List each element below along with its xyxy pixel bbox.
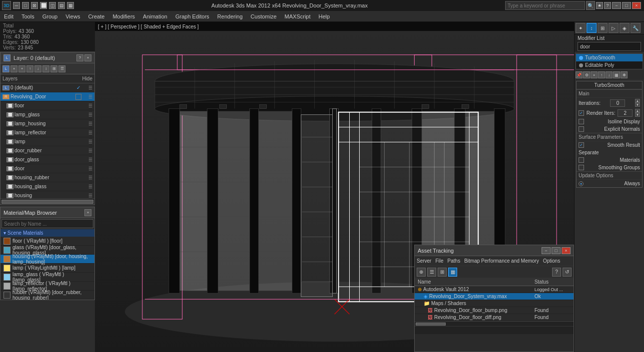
ts-smooth-check[interactable] <box>579 142 584 148</box>
ts-render-iters-spinner[interactable]: ▲ ▼ <box>635 109 640 117</box>
layer-box[interactable] <box>75 94 81 100</box>
scroll-thumb[interactable] <box>416 323 446 326</box>
asset-close-btn[interactable]: × <box>562 247 571 254</box>
search-input[interactable] <box>505 1 585 10</box>
ts-iterations-input[interactable] <box>610 99 625 107</box>
layer-close-btn[interactable]: × <box>84 54 91 61</box>
menu-customize[interactable]: Customize <box>247 12 281 20</box>
mod-pin-icon[interactable]: 📌 <box>576 71 583 78</box>
bookmark-icon[interactable]: ★ <box>596 2 603 9</box>
close-btn[interactable]: × <box>632 2 641 9</box>
layer-item-lamp-glass[interactable]: ⬜ lamp_glass ☰ <box>4 110 94 119</box>
table-row[interactable]: 🖼 Revolving_Door_floor_bump.png Found <box>415 307 574 314</box>
asset-menu-paths[interactable]: Paths <box>448 258 461 264</box>
asset-menu-options[interactable]: Options <box>543 258 560 264</box>
mat-search-input[interactable] <box>1 219 93 228</box>
cmd-icon-motion[interactable]: ▷ <box>609 23 619 33</box>
table-row[interactable]: ◈ Revolving_Door_System_vray.max Ok <box>415 293 574 300</box>
menu-views[interactable]: Views <box>61 12 84 20</box>
layer-help-btn[interactable]: ? <box>76 54 83 61</box>
layer-item-door-rubber[interactable]: ⬜ door_rubber ☰ <box>4 146 94 155</box>
menu-create[interactable]: Create <box>84 12 108 20</box>
mod-up-icon[interactable]: ↑ <box>598 71 605 78</box>
layer-item-housing-rubber[interactable]: ⬜ housing_rubber ☰ <box>4 173 94 182</box>
layer-tb-select[interactable]: ⊞ <box>50 65 57 72</box>
cmd-icon-create[interactable]: ✦ <box>576 23 586 33</box>
layer-item-door[interactable]: ⬜ door ☰ <box>4 164 94 173</box>
spinner-down[interactable]: ▼ <box>635 103 640 107</box>
layer-item-lamp-reflector[interactable]: ⬜ lamp_reflector ☰ <box>4 128 94 137</box>
layer-item[interactable]: L 0 (default) ✓ ☰ <box>0 83 94 92</box>
cmd-icon-utils[interactable]: 🔧 <box>631 23 641 33</box>
minimize-btn[interactable]: − <box>612 2 621 9</box>
layer-item-housing[interactable]: ⬜ housing ☰ <box>4 191 94 198</box>
asset-scrollbar[interactable] <box>415 321 574 326</box>
asset-tb-icon2[interactable]: ☰ <box>427 268 436 277</box>
asset-max-btn[interactable]: □ <box>552 247 561 254</box>
mat-item-rubber[interactable]: rubber (VRayMtl) [door_rubber, housing_r… <box>0 291 94 300</box>
cmd-icon-display[interactable]: ◈ <box>620 23 630 33</box>
mod-del-icon[interactable]: × <box>591 71 598 78</box>
ts-smoothing-check[interactable] <box>579 165 584 170</box>
layer-tb-move3[interactable]: ↕ <box>42 65 49 72</box>
modifier-search-input[interactable] <box>578 44 644 49</box>
tb-btn-1[interactable]: ─ <box>13 2 20 9</box>
spinner-up2[interactable]: ▲ <box>635 109 640 113</box>
menu-edit[interactable]: Edit <box>0 12 17 20</box>
tb-btn-2[interactable]: □ <box>22 2 29 9</box>
ts-render-iters-check[interactable] <box>579 110 584 116</box>
menu-maxscript[interactable]: MAXScript <box>281 12 315 20</box>
ts-isoline-check[interactable] <box>579 119 584 124</box>
layer-item-floor[interactable]: ⬜ floor ☰ <box>4 101 94 110</box>
tb-btn-5[interactable]: ◫ <box>49 2 56 9</box>
layer-tb-move1[interactable]: ↑ <box>26 65 33 72</box>
table-row[interactable]: ⊕ Autodesk Vault 2012 Logged Out ... <box>415 286 574 293</box>
layer-item-door-glass[interactable]: ⬜ door_glass ☰ <box>4 155 94 164</box>
cmd-icon-hier[interactable]: ⊞ <box>598 23 608 33</box>
menu-rendering[interactable]: Rendering <box>213 12 247 20</box>
cmd-icon-modify[interactable]: ↕ <box>587 23 597 33</box>
layer-item-housing-glass[interactable]: ⬜ housing_glass ☰ <box>4 182 94 191</box>
ts-explicit-check[interactable] <box>579 126 584 132</box>
table-row[interactable]: 🖼 Revolving_Door_floor_diff.png Found <box>415 314 574 321</box>
menu-group[interactable]: Group <box>38 12 62 20</box>
mod-cfg-icon[interactable]: ⚙ <box>583 71 590 78</box>
asset-tb-icon4[interactable]: ▦ <box>448 268 457 277</box>
asset-tb-help[interactable]: ? <box>552 268 561 277</box>
mat-scene-header[interactable]: ▾ Scene Materials <box>0 229 94 237</box>
menu-animation[interactable]: Animation <box>139 12 171 20</box>
layer-tb-opts[interactable]: ☰ <box>58 65 65 72</box>
scroll-thumb[interactable] <box>1 200 93 204</box>
maximize-btn[interactable]: □ <box>622 2 631 9</box>
menu-tools[interactable]: Tools <box>17 12 38 20</box>
ts-materials-check[interactable] <box>579 157 584 163</box>
layer-scrollbar[interactable] <box>0 198 94 204</box>
tb-btn-7[interactable]: ▦ <box>67 2 74 9</box>
mat-item-housing[interactable]: housing (VRayMtl) [door, housing, lamp_h… <box>0 255 94 264</box>
modifier-editable-poly[interactable]: Editable Poly <box>576 61 643 69</box>
spinner-up[interactable]: ▲ <box>635 99 640 103</box>
asset-tb-icon3[interactable]: ⊞ <box>438 268 447 277</box>
mod-show-icon[interactable]: ▦ <box>613 71 620 78</box>
help-icon[interactable]: ? <box>604 2 611 9</box>
table-row[interactable]: 📁 Maps / Shaders <box>415 300 574 307</box>
menu-graph-editors[interactable]: Graph Editors <box>171 12 213 20</box>
spinner-down2[interactable]: ▼ <box>635 113 640 117</box>
search-btn[interactable]: 🔍 <box>586 1 595 10</box>
menu-help[interactable]: Help <box>315 12 334 20</box>
asset-tb-icon1[interactable]: ⊕ <box>417 268 426 277</box>
layer-tb-add[interactable]: + <box>18 65 25 72</box>
menu-modifiers[interactable]: Modifiers <box>108 12 139 20</box>
asset-menu-file[interactable]: File <box>435 258 443 264</box>
asset-tb-refresh[interactable]: ↺ <box>563 268 572 277</box>
asset-menu-bitmap[interactable]: Bitmap Performance and Memory <box>464 258 539 264</box>
layer-visible[interactable]: ✓ <box>76 85 82 90</box>
tb-btn-6[interactable]: ▤ <box>58 2 65 9</box>
layer-item-lamp-housing[interactable]: ⬜ lamp_housing ☰ <box>4 119 94 128</box>
ts-render-iters-input[interactable] <box>618 109 633 117</box>
ts-iterations-spinner[interactable]: ▲ ▼ <box>635 99 640 107</box>
layer-tb-delete[interactable]: × <box>10 65 17 72</box>
modifier-turbosmooth[interactable]: TurboSmooth <box>576 54 643 61</box>
ts-always-radio[interactable] <box>579 181 584 186</box>
layer-item-revolving[interactable]: R Revolving_Door ☰ <box>0 92 94 101</box>
